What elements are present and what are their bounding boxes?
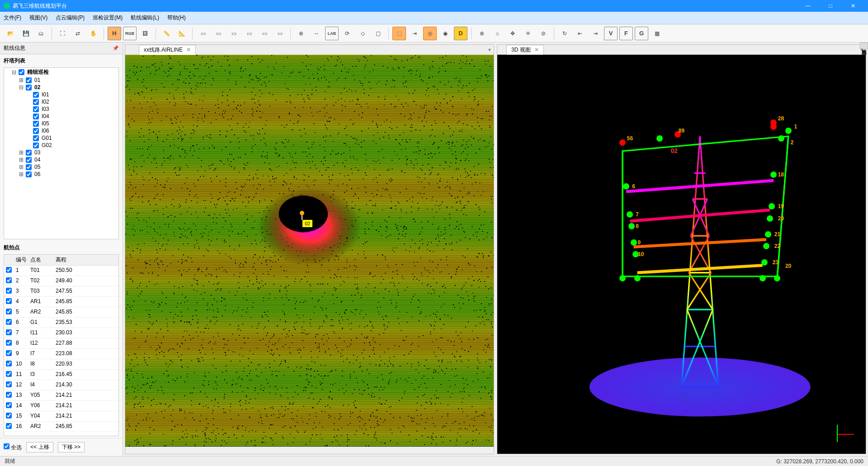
tab-airline[interactable]: xx线路.AIRLINE ✕ [139, 45, 196, 55]
height-color-button[interactable]: H [108, 27, 121, 40]
link-d-button[interactable]: ◉ [439, 27, 452, 40]
tree-node[interactable]: ⊞01 [19, 76, 118, 84]
rotate-cancel-button[interactable]: ⊘ [537, 27, 550, 40]
col-elev[interactable]: 高程 [54, 255, 85, 265]
letter-v-button[interactable]: V [604, 27, 618, 40]
tree-node[interactable]: ⊟精细巡检 [11, 68, 118, 76]
tab-close-icon[interactable]: ✕ [534, 47, 539, 53]
tree-node[interactable]: I02 [26, 98, 118, 105]
label-button[interactable]: LAB [325, 27, 339, 40]
box-right-button[interactable]: ▭ [242, 27, 256, 40]
pin-icon[interactable]: 📌 [113, 45, 119, 51]
box-left-button[interactable]: ▭ [227, 27, 241, 40]
table-row[interactable]: 10I8220.93 [4, 359, 118, 370]
tree-node[interactable]: G02 [26, 142, 118, 149]
menu-item[interactable]: 文件(F) [4, 14, 21, 22]
tree-node[interactable]: I06 [26, 127, 118, 134]
tree-node[interactable]: I03 [26, 105, 118, 113]
table-body[interactable]: 1T01250.502T02249.403T03247.554AR1245.85… [4, 266, 118, 436]
move-down-button[interactable]: 下移 >> [58, 442, 85, 452]
waypoint-23[interactable] [761, 259, 768, 266]
menu-item[interactable]: 视图(V) [29, 14, 47, 22]
link-b-button[interactable]: ⇥ [408, 27, 421, 40]
right-dock-tab[interactable]: 导航面板 [860, 43, 868, 49]
table-row[interactable]: 6G1235.53 [4, 318, 118, 328]
measure-button[interactable]: 📏 [160, 27, 173, 40]
table-row[interactable]: 8I12227.88 [4, 338, 118, 349]
pointcloud-canvas[interactable]: 02 [125, 55, 494, 447]
3d-canvas[interactable]: 122856896789101819202122232002 [497, 55, 866, 454]
workspace-button[interactable]: 🗂 [34, 27, 48, 40]
letter-f-button[interactable]: F [619, 27, 633, 40]
maximize-button[interactable]: □ [824, 1, 837, 10]
waypoint-12[interactable] [619, 275, 626, 281]
swap-view-button[interactable]: ⇄ [71, 27, 85, 40]
table-row[interactable]: 15Y04214.21 [4, 411, 118, 422]
tower-tree[interactable]: ⊟精细巡检⊞01⊟02 I01 I02 I03 I04 I05 I06 G01 … [4, 67, 119, 239]
waypoint-1[interactable] [785, 128, 792, 134]
tree-node[interactable]: I05 [26, 120, 118, 127]
waypoint-14[interactable] [774, 275, 780, 281]
menu-item[interactable]: 帮助(H) [167, 14, 186, 22]
pan-hand-button[interactable]: ✋ [86, 27, 100, 40]
waypoint-11[interactable] [634, 275, 641, 281]
waypoint-5[interactable] [656, 135, 663, 142]
link-c-button[interactable]: ◎ [423, 27, 437, 40]
select-all-checkbox[interactable]: 全选 [4, 443, 22, 452]
rotate-plus-button[interactable]: ⊕ [475, 27, 489, 40]
waypoint-8[interactable] [628, 223, 635, 229]
link-a-button[interactable]: ⬚ [392, 27, 406, 40]
diamond-button[interactable]: ◇ [356, 27, 369, 40]
open-folder-button[interactable]: 📂 [4, 27, 17, 40]
table-row[interactable]: 2T02249.40 [4, 276, 118, 286]
grid-box-button[interactable]: ▦ [650, 27, 664, 40]
table-row[interactable]: 1T01250.50 [4, 266, 118, 276]
table-row[interactable]: 9I7223.08 [4, 349, 118, 359]
box-cut-button[interactable]: ▭ [273, 27, 287, 40]
area-measure-button[interactable]: 📐 [175, 27, 189, 40]
table-row[interactable]: 12I4214.30 [4, 380, 118, 390]
tab-3dview[interactable]: 3D 视图 ✕ [506, 45, 544, 55]
menu-item[interactable]: 巡检设置(M) [93, 14, 123, 22]
screen-button[interactable]: ▢ [371, 27, 385, 40]
box-top-button[interactable]: ▭ [212, 27, 225, 40]
table-row[interactable]: 5AR2245.85 [4, 307, 118, 318]
waypoint-6[interactable] [623, 183, 629, 190]
rotate-home-button[interactable]: ⌂ [491, 27, 504, 40]
letter-g-button[interactable]: G [635, 27, 648, 40]
waypoint-18[interactable] [770, 171, 777, 178]
move-xyz-button[interactable]: ↔ [310, 27, 323, 40]
table-row[interactable]: 14Y06214.21 [4, 401, 118, 411]
waypoint-20[interactable] [767, 215, 773, 222]
tree-node[interactable]: I01 [26, 91, 118, 98]
waypoint-21[interactable] [765, 231, 771, 238]
save-button[interactable]: 💾 [19, 27, 33, 40]
menu-item[interactable]: 点云编辑(P) [56, 14, 85, 22]
sync-button[interactable]: ⟳ [340, 27, 354, 40]
waypoint-13[interactable] [760, 275, 766, 281]
tab-close-icon[interactable]: ✕ [186, 47, 191, 53]
minimize-button[interactable]: — [801, 1, 815, 10]
rgb-color-button[interactable]: RGB [123, 27, 137, 40]
tree-node[interactable]: ⊞04 [19, 156, 118, 163]
tree-node[interactable]: I04 [26, 113, 118, 120]
fit-view-button[interactable]: ⛶ [56, 27, 69, 40]
orbit-button[interactable]: ↻ [558, 27, 571, 40]
waypoint-4[interactable] [770, 124, 777, 130]
table-row[interactable]: 16AR2245.85 [4, 422, 118, 432]
box-iso-button[interactable]: ▭ [258, 27, 271, 40]
table-row[interactable]: 4AR1245.85 [4, 297, 118, 307]
waypoint-2[interactable] [778, 135, 784, 142]
table-row[interactable]: 13Y05214.21 [4, 390, 118, 401]
close-button[interactable]: ✕ [846, 1, 860, 10]
waypoint-19[interactable] [769, 203, 775, 209]
box-front-button[interactable]: ▭ [196, 27, 210, 40]
waypoint-7[interactable] [627, 211, 633, 218]
rotate-arrows-button[interactable]: ✥ [506, 27, 519, 40]
tree-node[interactable]: ⊟02 [19, 84, 118, 91]
table-row[interactable]: 11I3216.45 [4, 370, 118, 380]
image-texture-button[interactable]: 🖼 [138, 27, 152, 40]
waypoint-9[interactable] [631, 239, 637, 246]
tree-node[interactable]: ⊞03 [19, 149, 118, 156]
clip-in-button[interactable]: ⇤ [573, 27, 587, 40]
